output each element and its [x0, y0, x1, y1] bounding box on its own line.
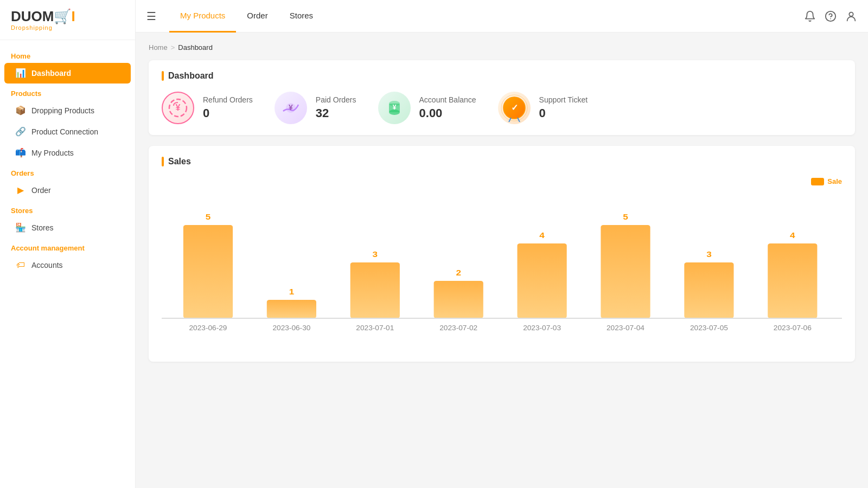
- sidebar-item-my-products[interactable]: 📫 My Products: [4, 143, 131, 163]
- legend-label-sale: Sale: [827, 177, 842, 185]
- refund-orders-info: Refund Orders 0: [203, 95, 253, 120]
- account-balance-icon: ¥: [378, 92, 411, 124]
- top-nav-links: My Products Order Stores: [169, 0, 804, 33]
- nav-section-products: Products: [0, 84, 135, 100]
- x-label-2023-07-01: 2023-07-01: [356, 324, 394, 332]
- legend-color-sale: [811, 178, 824, 185]
- sidebar-item-stores-label: Stores: [31, 223, 53, 232]
- stat-refund-orders: ¥ Refund Orders 0: [162, 92, 253, 124]
- x-label-2023-06-30: 2023-06-30: [272, 324, 310, 332]
- svg-text:¥: ¥: [176, 103, 181, 112]
- sidebar-nav: Home 📊 Dashboard Products 📦 Dropping Pro…: [0, 40, 135, 488]
- logo-text-duom: DUOM: [11, 8, 54, 24]
- sales-chart-card: Sales Sale 5 1: [149, 146, 855, 362]
- bar-label-2023-06-29: 5: [206, 212, 211, 221]
- top-nav-stores[interactable]: Stores: [279, 0, 324, 33]
- sidebar-item-product-connection[interactable]: 🔗 Product Connection: [4, 121, 131, 142]
- dashboard-title: Dashboard: [162, 71, 842, 81]
- dashboard-stats-card: Dashboard ¥ Refund Orders 0: [149, 60, 855, 135]
- x-label-2023-07-05: 2023-07-05: [690, 324, 728, 332]
- sidebar-item-dropping-products[interactable]: 📦 Dropping Products: [4, 100, 131, 121]
- support-ticket-info: Support Ticket 0: [539, 95, 588, 120]
- svg-text:¥: ¥: [289, 103, 293, 112]
- bar-2023-07-03: [518, 243, 567, 318]
- nav-section-orders: Orders: [0, 164, 135, 179]
- x-label-2023-07-02: 2023-07-02: [439, 324, 477, 332]
- sales-title: Sales: [162, 157, 842, 166]
- support-ticket-value: 0: [539, 106, 588, 120]
- sidebar-item-my-products-label: My Products: [31, 149, 74, 157]
- dashboard-icon: 📊: [15, 68, 26, 79]
- svg-text:✓: ✓: [510, 103, 518, 112]
- breadcrumb-separator: >: [171, 43, 175, 52]
- bar-label-2023-07-04: 5: [623, 212, 628, 221]
- refund-orders-value: 0: [203, 106, 253, 120]
- main-content: Home > Dashboard Dashboard ¥: [136, 33, 868, 488]
- x-label-2023-06-29: 2023-06-29: [189, 324, 227, 332]
- account-balance-info: Account Balance 0.00: [419, 95, 476, 120]
- my-products-icon: 📫: [15, 147, 26, 158]
- notification-bell-icon[interactable]: [804, 10, 816, 22]
- account-balance-value: 0.00: [419, 106, 476, 120]
- logo: DUOM🛒I Dropshipping: [0, 0, 135, 40]
- top-nav: ☰ My Products Order Stores: [136, 0, 868, 33]
- paid-orders-info: Paid Orders 32: [316, 95, 356, 120]
- sidebar-item-accounts-label: Accounts: [31, 261, 63, 269]
- user-settings-icon[interactable]: [845, 10, 857, 22]
- bar-2023-07-01: [350, 262, 400, 318]
- breadcrumb-home[interactable]: Home: [149, 43, 168, 52]
- sidebar-item-dashboard-label: Dashboard: [31, 69, 71, 78]
- x-label-2023-07-03: 2023-07-03: [523, 324, 561, 332]
- bar-label-2023-07-05: 3: [706, 249, 712, 259]
- bar-2023-06-30: [267, 300, 316, 318]
- sidebar: DUOM🛒I Dropshipping Home 📊 Dashboard Pro…: [0, 0, 136, 488]
- sales-title-bar: [162, 157, 164, 166]
- bar-2023-06-29: [183, 225, 233, 318]
- breadcrumb-current: Dashboard: [178, 43, 213, 52]
- sidebar-item-order[interactable]: ▶ Order: [4, 180, 131, 201]
- refund-orders-label: Refund Orders: [203, 95, 253, 104]
- bar-label-2023-07-03: 4: [539, 230, 545, 240]
- sidebar-item-product-connection-label: Product Connection: [31, 127, 98, 136]
- breadcrumb: Home > Dashboard: [149, 43, 855, 52]
- stores-icon: 🏪: [15, 222, 26, 233]
- sidebar-item-dashboard[interactable]: 📊 Dashboard: [4, 63, 131, 84]
- hamburger-button[interactable]: ☰: [146, 5, 163, 27]
- nav-section-home: Home: [0, 47, 135, 62]
- order-icon: ▶: [15, 185, 26, 196]
- product-connection-icon: 🔗: [15, 126, 26, 137]
- support-ticket-label: Support Ticket: [539, 95, 588, 104]
- bar-label-2023-06-30: 1: [289, 287, 295, 296]
- nav-section-account: Account management: [0, 239, 135, 254]
- x-label-2023-07-06: 2023-07-06: [774, 324, 812, 332]
- section-title-bar: [162, 71, 164, 81]
- stat-account-balance: ¥ Account Balance 0.00: [378, 92, 476, 124]
- logo-cart-icon: 🛒: [54, 8, 71, 24]
- paid-orders-value: 32: [316, 106, 356, 120]
- bar-2023-07-05: [684, 262, 733, 318]
- stat-support-ticket: ✓ Support Ticket 0: [498, 92, 588, 124]
- logo-tagline: Dropshipping: [11, 24, 124, 31]
- bar-2023-07-06: [768, 243, 817, 318]
- sidebar-item-dropping-products-label: Dropping Products: [31, 106, 94, 115]
- svg-text:¥: ¥: [392, 104, 396, 111]
- svg-point-2: [849, 12, 853, 16]
- top-nav-order[interactable]: Order: [236, 0, 278, 33]
- stats-row: ¥ Refund Orders 0 ¥: [162, 92, 842, 124]
- sidebar-item-accounts[interactable]: 🏷 Accounts: [4, 255, 131, 275]
- paid-orders-label: Paid Orders: [316, 95, 356, 104]
- help-question-icon[interactable]: [825, 10, 837, 22]
- sidebar-item-order-label: Order: [31, 186, 51, 195]
- logo-text-i: I: [71, 8, 75, 24]
- paid-orders-icon: ¥: [275, 92, 307, 124]
- bar-2023-07-04: [601, 225, 650, 318]
- nav-section-stores: Stores: [0, 201, 135, 217]
- bar-label-2023-07-01: 3: [373, 249, 378, 259]
- bar-label-2023-07-02: 2: [456, 268, 461, 277]
- support-ticket-icon: ✓: [498, 92, 531, 124]
- chart-legend: Sale: [811, 177, 842, 185]
- top-nav-my-products[interactable]: My Products: [169, 0, 236, 33]
- sidebar-item-stores[interactable]: 🏪 Stores: [4, 217, 131, 238]
- top-nav-right: [804, 10, 857, 22]
- bar-2023-07-02: [434, 281, 483, 318]
